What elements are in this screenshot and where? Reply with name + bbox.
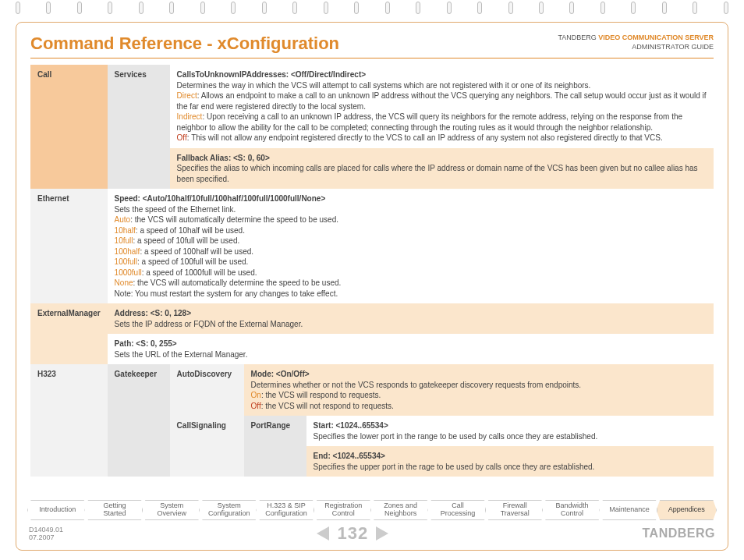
tab-zones-neighbors[interactable]: Zones andNeighbors — [370, 500, 430, 520]
tab-h323-sip-configuration[interactable]: H.323 & SIPConfiguration — [256, 500, 316, 520]
header-rule — [30, 58, 714, 58]
page-title: Command Reference - xConfiguration — [30, 34, 339, 54]
cell-gatekeeper: Gatekeeper — [108, 364, 170, 477]
tab-appendices[interactable]: Appendices — [657, 500, 717, 520]
nav-tabs: Introduction GettingStarted SystemOvervi… — [27, 500, 717, 520]
cell-call-unknownip: CallsToUnknownIPAddresses: <Off/Direct/I… — [170, 65, 714, 148]
cell-em-path: Path: <S: 0, 255> Sets the URL of the Ex… — [108, 334, 714, 364]
header-right: TANDBERG VIDEO COMMUNICATION SERVER ADMI… — [558, 34, 714, 51]
cell-ethernet: Ethernet — [30, 189, 108, 303]
tab-introduction[interactable]: Introduction — [27, 500, 87, 520]
tab-bandwidth-control[interactable]: BandwidthControl — [542, 500, 602, 520]
tab-getting-started[interactable]: GettingStarted — [84, 500, 144, 520]
page-number: 132 — [337, 523, 368, 544]
cell-h323: H323 — [30, 364, 108, 477]
tab-call-processing[interactable]: CallProcessing — [427, 500, 487, 520]
next-page-icon[interactable] — [376, 526, 388, 541]
tab-system-overview[interactable]: SystemOverview — [142, 500, 202, 520]
page-number-nav: 132 — [317, 523, 388, 544]
tab-maintenance[interactable]: Maintenance — [599, 500, 659, 520]
doc-id: D14049.0107.2007 — [29, 526, 63, 541]
tab-registration-control[interactable]: RegistrationControl — [314, 500, 374, 520]
footer: D14049.0107.2007 132 TANDBERG — [29, 523, 715, 544]
reference-table: Call Services CallsToUnknownIPAddresses:… — [30, 65, 714, 477]
cell-portrange-end: End: <1024..65534> Specifies the upper p… — [306, 446, 714, 477]
brand-logo: TANDBERG — [643, 526, 715, 541]
cell-externalmanager: ExternalManager — [30, 303, 108, 364]
cell-fallback-alias: Fallback Alias: <S: 0, 60> Specifies the… — [170, 148, 714, 190]
spiral-binding — [16, 2, 728, 19]
cell-portrange-start: Start: <1024..65534> Specifies the lower… — [306, 416, 714, 446]
page-frame: Command Reference - xConfiguration TANDB… — [16, 22, 728, 551]
cell-call: Call — [30, 65, 108, 189]
cell-services: Services — [108, 65, 170, 189]
cell-callsignaling-label: CallSignaling — [170, 416, 244, 477]
cell-autodiscovery: Mode: <On/Off> Determines whether or not… — [244, 364, 714, 416]
tab-system-configuration[interactable]: SystemConfiguration — [199, 500, 259, 520]
cell-autodiscovery-label: AutoDiscovery — [170, 364, 244, 416]
tab-firewall-traversal[interactable]: FirewallTraversal — [485, 500, 545, 520]
cell-em-address: Address: <S: 0, 128> Sets the IP address… — [108, 303, 714, 334]
content-area: Call Services CallsToUnknownIPAddresses:… — [30, 65, 714, 477]
prev-page-icon[interactable] — [317, 526, 329, 541]
cell-portrange-label: PortRange — [244, 416, 306, 477]
cell-ethernet-speed: Speed: <Auto/10half/10full/100half/100fu… — [108, 189, 714, 303]
